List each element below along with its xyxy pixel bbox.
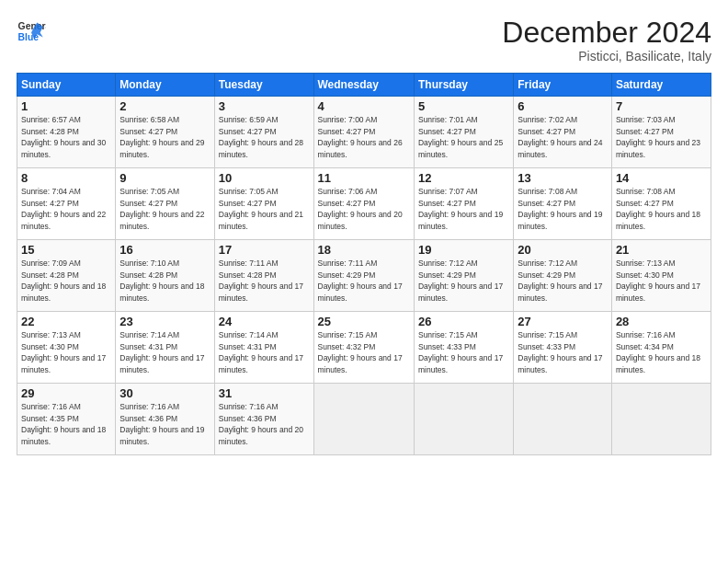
calendar-cell [611,384,711,455]
day-number: 18 [318,243,410,257]
day-info: Sunrise: 7:15 AMSunset: 4:33 PMDaylight:… [418,330,503,373]
day-number: 7 [616,99,707,113]
calendar-cell: 18 Sunrise: 7:11 AMSunset: 4:29 PMDaylig… [313,240,414,312]
day-number: 17 [219,243,310,257]
calendar-cell: 5 Sunrise: 7:01 AMSunset: 4:27 PMDayligh… [414,97,513,168]
month-title: December 2024 [502,17,711,49]
day-number: 5 [418,99,509,113]
day-info: Sunrise: 7:05 AMSunset: 4:27 PMDaylight:… [119,187,204,230]
day-number: 1 [21,99,111,113]
logo: General Blue [17,17,46,46]
day-number: 10 [219,171,310,185]
day-number: 19 [418,243,509,257]
day-info: Sunrise: 7:03 AMSunset: 4:27 PMDaylight:… [616,115,700,158]
day-number: 8 [21,171,111,185]
day-info: Sunrise: 7:10 AMSunset: 4:28 PMDaylight:… [119,259,204,302]
calendar-cell: 7 Sunrise: 7:03 AMSunset: 4:27 PMDayligh… [611,97,711,168]
day-number: 28 [616,315,707,328]
day-info: Sunrise: 7:07 AMSunset: 4:27 PMDaylight:… [418,187,503,230]
title-block: December 2024 Pisticci, Basilicate, Ital… [502,17,711,63]
calendar-cell: 23 Sunrise: 7:14 AMSunset: 4:31 PMDaylig… [116,312,214,384]
day-number: 23 [119,315,210,328]
calendar-cell: 28 Sunrise: 7:16 AMSunset: 4:34 PMDaylig… [611,312,711,384]
calendar-cell: 15 Sunrise: 7:09 AMSunset: 4:28 PMDaylig… [17,240,116,312]
day-info: Sunrise: 7:12 AMSunset: 4:29 PMDaylight:… [518,259,602,302]
calendar-cell: 14 Sunrise: 7:08 AMSunset: 4:27 PMDaylig… [611,168,711,240]
day-number: 9 [119,171,210,185]
day-number: 21 [616,243,707,257]
day-info: Sunrise: 7:16 AMSunset: 4:34 PMDaylight:… [616,330,700,373]
col-wednesday: Wednesday [313,74,414,97]
day-info: Sunrise: 7:11 AMSunset: 4:28 PMDaylight:… [219,259,303,302]
day-info: Sunrise: 7:08 AMSunset: 4:27 PMDaylight:… [616,187,700,230]
day-number: 12 [418,171,509,185]
col-tuesday: Tuesday [214,74,313,97]
day-info: Sunrise: 7:14 AMSunset: 4:31 PMDaylight:… [119,330,204,373]
calendar-cell [514,384,612,455]
location-subtitle: Pisticci, Basilicate, Italy [502,49,711,63]
day-number: 6 [518,99,608,113]
col-friday: Friday [514,74,612,97]
calendar-table: Sunday Monday Tuesday Wednesday Thursday… [17,73,711,455]
calendar-cell: 31 Sunrise: 7:16 AMSunset: 4:36 PMDaylig… [214,384,313,455]
calendar-cell: 24 Sunrise: 7:14 AMSunset: 4:31 PMDaylig… [214,312,313,384]
day-info: Sunrise: 7:13 AMSunset: 4:30 PMDaylight:… [616,259,700,302]
day-info: Sunrise: 7:02 AMSunset: 4:27 PMDaylight:… [518,115,602,158]
calendar-cell: 27 Sunrise: 7:15 AMSunset: 4:33 PMDaylig… [514,312,612,384]
calendar-cell: 12 Sunrise: 7:07 AMSunset: 4:27 PMDaylig… [414,168,513,240]
calendar-cell: 21 Sunrise: 7:13 AMSunset: 4:30 PMDaylig… [611,240,711,312]
calendar-cell: 13 Sunrise: 7:08 AMSunset: 4:27 PMDaylig… [514,168,612,240]
calendar-week-4: 22 Sunrise: 7:13 AMSunset: 4:30 PMDaylig… [17,312,711,384]
day-info: Sunrise: 7:01 AMSunset: 4:27 PMDaylight:… [418,115,503,158]
day-number: 20 [518,243,608,257]
day-info: Sunrise: 7:05 AMSunset: 4:27 PMDaylight:… [219,187,303,230]
calendar-cell: 1 Sunrise: 6:57 AMSunset: 4:28 PMDayligh… [17,97,116,168]
day-info: Sunrise: 6:58 AMSunset: 4:27 PMDaylight:… [119,115,204,158]
day-info: Sunrise: 7:08 AMSunset: 4:27 PMDaylight:… [518,187,602,230]
day-number: 31 [219,386,310,400]
calendar-week-2: 8 Sunrise: 7:04 AMSunset: 4:27 PMDayligh… [17,168,711,240]
col-monday: Monday [116,74,214,97]
calendar-cell: 10 Sunrise: 7:05 AMSunset: 4:27 PMDaylig… [214,168,313,240]
header: General Blue December 2024 Pisticci, Bas… [17,17,711,63]
day-number: 16 [119,243,210,257]
day-number: 11 [318,171,410,185]
day-info: Sunrise: 7:12 AMSunset: 4:29 PMDaylight:… [418,259,503,302]
day-info: Sunrise: 7:09 AMSunset: 4:28 PMDaylight:… [21,259,106,302]
col-thursday: Thursday [414,74,513,97]
header-row: Sunday Monday Tuesday Wednesday Thursday… [17,74,711,97]
day-info: Sunrise: 7:16 AMSunset: 4:36 PMDaylight:… [219,402,303,445]
day-number: 26 [418,315,509,328]
col-saturday: Saturday [611,74,711,97]
day-info: Sunrise: 7:15 AMSunset: 4:33 PMDaylight:… [518,330,602,373]
day-info: Sunrise: 7:15 AMSunset: 4:32 PMDaylight:… [318,330,403,373]
calendar-cell: 25 Sunrise: 7:15 AMSunset: 4:32 PMDaylig… [313,312,414,384]
day-number: 3 [219,99,310,113]
day-info: Sunrise: 6:59 AMSunset: 4:27 PMDaylight:… [219,115,303,158]
calendar-cell: 9 Sunrise: 7:05 AMSunset: 4:27 PMDayligh… [116,168,214,240]
calendar-cell: 19 Sunrise: 7:12 AMSunset: 4:29 PMDaylig… [414,240,513,312]
calendar-cell: 8 Sunrise: 7:04 AMSunset: 4:27 PMDayligh… [17,168,116,240]
day-info: Sunrise: 7:14 AMSunset: 4:31 PMDaylight:… [219,330,303,373]
calendar-cell: 6 Sunrise: 7:02 AMSunset: 4:27 PMDayligh… [514,97,612,168]
day-number: 24 [219,315,310,328]
day-info: Sunrise: 7:13 AMSunset: 4:30 PMDaylight:… [21,330,106,373]
calendar-cell: 30 Sunrise: 7:16 AMSunset: 4:36 PMDaylig… [116,384,214,455]
calendar-week-1: 1 Sunrise: 6:57 AMSunset: 4:28 PMDayligh… [17,97,711,168]
calendar-cell: 17 Sunrise: 7:11 AMSunset: 4:28 PMDaylig… [214,240,313,312]
day-number: 13 [518,171,608,185]
day-number: 30 [119,386,210,400]
day-info: Sunrise: 7:06 AMSunset: 4:27 PMDaylight:… [318,187,403,230]
day-info: Sunrise: 7:11 AMSunset: 4:29 PMDaylight:… [318,259,403,302]
calendar-cell [414,384,513,455]
calendar-cell: 4 Sunrise: 7:00 AMSunset: 4:27 PMDayligh… [313,97,414,168]
calendar-cell: 2 Sunrise: 6:58 AMSunset: 4:27 PMDayligh… [116,97,214,168]
day-number: 25 [318,315,410,328]
logo-icon: General Blue [17,17,46,46]
day-number: 22 [21,315,111,328]
day-info: Sunrise: 6:57 AMSunset: 4:28 PMDaylight:… [21,115,106,158]
day-number: 2 [119,99,210,113]
calendar-week-3: 15 Sunrise: 7:09 AMSunset: 4:28 PMDaylig… [17,240,711,312]
calendar-cell: 22 Sunrise: 7:13 AMSunset: 4:30 PMDaylig… [17,312,116,384]
day-number: 27 [518,315,608,328]
